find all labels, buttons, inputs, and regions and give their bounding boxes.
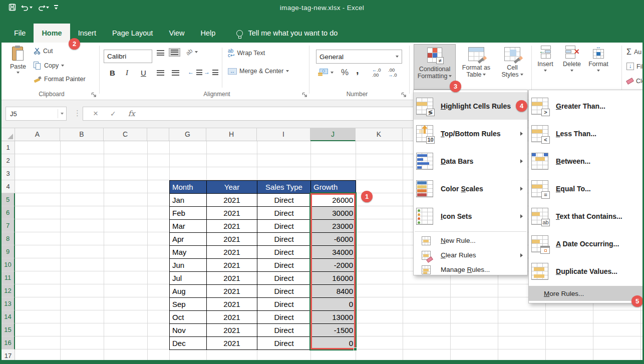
font-name-combo[interactable]: Calibri [104, 50, 152, 63]
row-header-5[interactable]: 5 [2, 193, 15, 206]
table-cell[interactable]: -6000 [310, 232, 356, 246]
table-header-growth[interactable]: Growth [310, 180, 356, 194]
row-header-17[interactable]: 17 [2, 349, 15, 360]
copy-button[interactable]: Copy [34, 62, 64, 70]
table-cell[interactable]: Direct [257, 271, 311, 285]
underline-button[interactable]: U [141, 69, 146, 77]
table-cell[interactable]: 2021 [206, 284, 257, 298]
wrap-text-button[interactable]: abc↩ Wrap Text [228, 49, 265, 58]
table-cell[interactable]: Direct [257, 297, 311, 311]
menu-item-clear-rules[interactable]: Clear Rules [414, 248, 527, 262]
menu-item-color-scales[interactable]: Color Scales [414, 175, 527, 202]
table-cell[interactable]: 0 [310, 297, 356, 311]
formula-bar-drag-handle[interactable]: ⋮ [74, 109, 81, 118]
row-header-15[interactable]: 15 [2, 323, 15, 336]
menu-item-manage-rules[interactable]: Manage Rules... [414, 262, 527, 277]
decrease-indent-button[interactable]: ← [188, 69, 202, 76]
menu-item-new-rule[interactable]: New Rule... [414, 233, 527, 248]
column-header-b[interactable]: B [60, 128, 104, 141]
table-cell[interactable]: Aug [169, 284, 207, 298]
table-cell[interactable]: May [169, 245, 207, 259]
column-header-c[interactable]: C [104, 128, 147, 141]
table-cell[interactable]: -1500 [310, 323, 356, 337]
row-header-12[interactable]: 12 [2, 284, 15, 297]
menu-item-duplicate-values[interactable]: Duplicate Values... [529, 257, 643, 285]
bold-button[interactable]: B [110, 69, 115, 77]
table-cell[interactable]: Feb [169, 206, 207, 220]
table-cell[interactable]: Mar [169, 219, 207, 233]
table-cell[interactable]: 16000 [310, 271, 356, 285]
table-header-sales-type[interactable]: Sales Type [257, 180, 311, 194]
paste-button[interactable]: Paste [7, 46, 30, 74]
row-header-9[interactable]: 9 [2, 245, 15, 258]
menu-item-more-rules[interactable]: More Rules... [529, 286, 643, 301]
row-header-2[interactable]: 2 [2, 154, 15, 167]
column-header-a[interactable]: A [15, 128, 60, 141]
number-format-combo[interactable]: General [316, 50, 402, 64]
align-right-button[interactable] [170, 69, 181, 77]
name-box[interactable]: J5 [6, 107, 67, 121]
table-cell[interactable]: 8400 [310, 284, 356, 298]
table-cell[interactable]: 2021 [206, 310, 257, 324]
menu-item-greater-than[interactable]: >Greater Than... [529, 92, 643, 120]
menu-item-equal-to[interactable]: =Equal To... [529, 175, 643, 202]
table-cell[interactable]: Direct [257, 219, 311, 233]
merge-center-button[interactable]: ↔ Merge & Center [228, 68, 289, 75]
table-cell[interactable]: Apr [169, 232, 207, 246]
format-painter-button[interactable]: Format Painter [34, 76, 86, 83]
table-cell[interactable]: 0 [310, 336, 356, 350]
fill-handle[interactable] [354, 347, 357, 351]
table-cell[interactable]: 34000 [310, 245, 356, 259]
table-cell[interactable]: Direct [257, 284, 311, 298]
table-header-month[interactable]: Month [169, 180, 207, 194]
row-header-11[interactable]: 11 [2, 271, 15, 284]
alignment-launcher[interactable] [302, 92, 308, 98]
table-cell[interactable]: 23000 [310, 219, 356, 233]
table-cell[interactable]: Direct [257, 336, 311, 350]
table-cell[interactable]: Direct [257, 323, 311, 337]
table-cell[interactable]: Direct [257, 232, 311, 246]
table-cell[interactable]: Direct [257, 206, 311, 220]
menu-item-top-bottom-rules[interactable]: 10Top/Bottom Rules [414, 120, 527, 147]
conditional-formatting-button[interactable]: ≠ Conditional Formatting [414, 44, 456, 90]
table-cell[interactable]: 2021 [206, 193, 257, 207]
clipboard-launcher[interactable] [91, 92, 97, 98]
row-header-13[interactable]: 13 [2, 297, 15, 310]
row-header-16[interactable]: 16 [2, 336, 15, 349]
row-header-7[interactable]: 7 [2, 219, 15, 232]
table-cell[interactable]: 2021 [206, 271, 257, 285]
tab-page-layout[interactable]: Page Layout [104, 24, 161, 43]
tab-home[interactable]: Home [34, 24, 70, 43]
cell-styles-button[interactable]: Cell Styles [496, 44, 528, 78]
autosum-button[interactable]: Σ Au [626, 48, 641, 57]
row-header-3[interactable]: 3 [2, 167, 15, 180]
table-cell[interactable]: Jul [169, 271, 207, 285]
tell-me-box[interactable]: Tell me what you want to do [236, 24, 338, 43]
menu-item-icon-sets[interactable]: Icon Sets [414, 202, 527, 230]
delete-cells-button[interactable]: × Delete [559, 46, 584, 72]
table-cell[interactable]: Direct [257, 310, 311, 324]
insert-function-icon[interactable]: fx [128, 109, 135, 118]
table-cell[interactable]: 2021 [206, 245, 257, 259]
table-cell[interactable]: Dec [169, 336, 207, 350]
table-cell[interactable]: 2021 [206, 297, 257, 311]
italic-button[interactable]: I [126, 69, 128, 77]
select-all-corner[interactable] [2, 128, 15, 141]
comma-style-button[interactable]: , [356, 65, 359, 76]
row-header-4[interactable]: 4 [2, 180, 15, 193]
table-cell[interactable]: Jun [169, 258, 207, 272]
table-cell[interactable]: Jan [169, 193, 207, 207]
column-header-i[interactable]: I [257, 128, 310, 141]
table-cell[interactable]: -2000 [310, 258, 356, 272]
table-cell[interactable]: 30000 [310, 206, 356, 220]
table-cell[interactable]: 2021 [206, 219, 257, 233]
orientation-button[interactable]: ab [186, 49, 198, 56]
increase-indent-button[interactable]: → [204, 69, 218, 76]
cut-button[interactable]: Cut [34, 48, 53, 55]
accounting-format-button[interactable] [318, 69, 334, 76]
name-box-caret-icon[interactable] [61, 113, 64, 115]
table-cell[interactable]: 2021 [206, 232, 257, 246]
table-cell[interactable]: Direct [257, 258, 311, 272]
percent-style-button[interactable]: % [341, 68, 349, 78]
fill-button[interactable]: ↓ Fill [626, 63, 644, 70]
